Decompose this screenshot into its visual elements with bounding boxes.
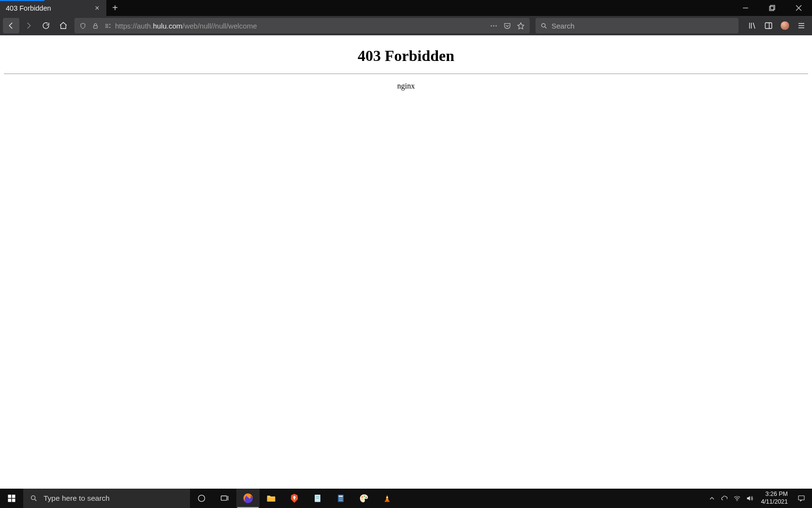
svg-point-10 — [109, 27, 110, 28]
svg-point-29 — [31, 496, 35, 500]
taskbar-search-placeholder: Type here to search — [44, 494, 110, 503]
nav-reload-button[interactable] — [38, 18, 54, 33]
svg-rect-20 — [765, 23, 772, 29]
nav-forward-button[interactable] — [20, 18, 37, 33]
profile-icon[interactable] — [777, 18, 793, 33]
svg-point-45 — [340, 500, 341, 501]
svg-line-16 — [545, 27, 546, 28]
svg-point-42 — [340, 498, 341, 499]
window-close-button[interactable] — [785, 0, 812, 16]
url-text: https://auth.hulu.com/web/null//null/wel… — [115, 22, 485, 30]
taskbar-search-box[interactable]: Type here to search — [23, 489, 190, 508]
pocket-icon[interactable] — [501, 22, 513, 30]
wifi-icon[interactable] — [731, 494, 743, 502]
svg-point-54 — [737, 501, 738, 501]
svg-rect-5 — [93, 25, 97, 28]
svg-point-44 — [339, 500, 340, 501]
brave-icon[interactable] — [283, 489, 306, 508]
svg-point-9 — [109, 24, 110, 25]
new-tab-button[interactable]: + — [106, 0, 124, 16]
error-heading: 403 Forbidden — [4, 47, 808, 65]
svg-point-13 — [495, 25, 496, 26]
onedrive-icon[interactable] — [718, 494, 731, 502]
search-icon — [30, 494, 38, 502]
system-tray: 3:26 PM 4/11/2021 — [706, 489, 812, 508]
url-path: /web/null//null/welcome — [182, 22, 257, 30]
tab-loading-indicator — [0, 0, 44, 1]
svg-point-15 — [542, 23, 546, 27]
svg-line-19 — [753, 23, 755, 29]
svg-rect-26 — [12, 495, 15, 498]
clock-date: 4/11/2021 — [761, 498, 788, 506]
svg-rect-40 — [339, 495, 343, 497]
svg-rect-28 — [12, 499, 15, 502]
start-button[interactable] — [0, 489, 23, 508]
svg-marker-55 — [747, 496, 750, 500]
svg-line-30 — [35, 499, 36, 501]
sidebar-icon[interactable] — [761, 18, 776, 33]
svg-point-50 — [362, 499, 363, 500]
search-icon — [540, 22, 548, 30]
search-placeholder: Search — [551, 22, 575, 30]
svg-rect-27 — [8, 499, 12, 502]
svg-marker-14 — [518, 23, 524, 29]
svg-point-31 — [198, 495, 204, 501]
library-icon[interactable] — [744, 18, 760, 33]
task-view-icon[interactable] — [213, 489, 236, 508]
lock-icon[interactable] — [90, 22, 101, 30]
taskbar-apps — [190, 489, 399, 508]
server-name: nginx — [4, 82, 808, 90]
tab-strip: 403 Forbidden × + — [0, 0, 812, 16]
vlc-icon[interactable] — [376, 489, 399, 508]
toolbar-right — [742, 18, 809, 33]
svg-rect-56 — [798, 496, 804, 500]
paint-icon[interactable] — [352, 489, 376, 508]
svg-rect-25 — [8, 495, 12, 498]
browser-toolbar: https://auth.hulu.com/web/null//null/wel… — [0, 16, 812, 35]
browser-tab[interactable]: 403 Forbidden × — [0, 0, 106, 16]
action-center-icon[interactable] — [793, 494, 810, 502]
svg-rect-2 — [770, 5, 775, 10]
tray-chevron-up-icon[interactable] — [706, 494, 718, 502]
svg-rect-32 — [221, 496, 227, 500]
svg-point-46 — [342, 500, 343, 501]
file-explorer-icon[interactable] — [260, 489, 283, 508]
svg-point-49 — [365, 497, 367, 498]
svg-rect-53 — [385, 501, 390, 502]
clock-time: 3:26 PM — [765, 491, 788, 498]
browser-search-bar[interactable]: Search — [536, 18, 739, 33]
nav-back-button[interactable] — [3, 18, 19, 33]
permissions-icon[interactable] — [102, 22, 113, 30]
calculator-icon[interactable] — [329, 489, 352, 508]
divider — [4, 74, 808, 74]
app-menu-icon[interactable] — [794, 18, 809, 33]
page-actions-icon[interactable] — [487, 22, 500, 30]
firefox-icon[interactable] — [236, 489, 260, 508]
tab-title: 403 Forbidden — [6, 4, 93, 12]
close-tab-icon[interactable]: × — [93, 4, 102, 12]
svg-rect-1 — [769, 6, 774, 11]
url-prefix: https://auth. — [115, 22, 153, 30]
svg-point-12 — [493, 25, 494, 26]
url-host: hulu.com — [153, 22, 182, 30]
bookmark-star-icon[interactable] — [514, 22, 527, 30]
window-maximize-button[interactable] — [759, 0, 785, 16]
windows-taskbar: Type here to search — [0, 489, 812, 508]
svg-point-47 — [362, 496, 363, 498]
cortana-icon[interactable] — [190, 489, 213, 508]
address-bar[interactable]: https://auth.hulu.com/web/null//null/wel… — [74, 18, 530, 33]
svg-point-48 — [364, 495, 365, 497]
svg-rect-52 — [386, 497, 388, 498]
taskbar-clock[interactable]: 3:26 PM 4/11/2021 — [756, 491, 793, 506]
page-content: 403 Forbidden nginx — [0, 35, 812, 489]
nav-home-button[interactable] — [55, 18, 72, 33]
svg-point-41 — [339, 498, 340, 499]
svg-rect-35 — [267, 497, 276, 501]
window-controls — [732, 0, 812, 16]
tracking-protection-icon[interactable] — [77, 22, 88, 30]
svg-point-11 — [491, 25, 492, 26]
window-minimize-button[interactable] — [732, 0, 759, 16]
svg-point-43 — [342, 498, 343, 499]
notepad-icon[interactable] — [306, 489, 329, 508]
volume-icon[interactable] — [743, 494, 756, 502]
